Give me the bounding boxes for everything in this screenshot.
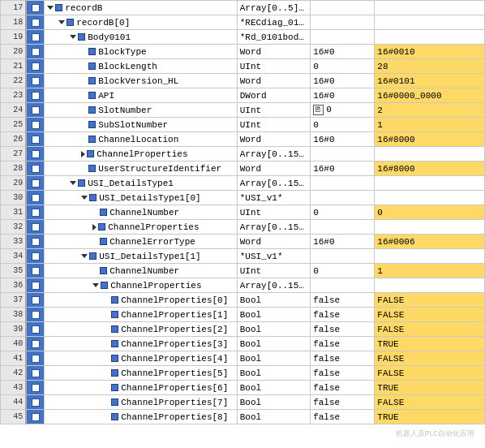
table-row[interactable]: 45ChannelProperties[8]BoolfalseTRUE: [1, 410, 485, 424]
table-row[interactable]: 24SlotNumberUInt🖹02: [1, 103, 485, 118]
field-name[interactable]: ChannelProperties[6]: [45, 381, 237, 395]
field-value[interactable]: FALSE: [375, 395, 485, 410]
field-value[interactable]: 0: [375, 205, 485, 220]
field-value[interactable]: 16#8000: [375, 162, 485, 176]
table-row[interactable]: 38ChannelProperties[1]BoolfalseFALSE: [1, 308, 485, 322]
expand-arrow-down-icon[interactable]: [47, 6, 54, 10]
field-value[interactable]: FALSE: [375, 308, 485, 322]
field-value[interactable]: TRUE: [375, 337, 485, 351]
field-name[interactable]: ChannelProperties: [45, 220, 237, 235]
field-value[interactable]: [375, 278, 485, 293]
expand-arrow-right-icon[interactable]: [92, 224, 97, 230]
field-name[interactable]: ChannelProperties[1]: [45, 308, 237, 322]
table-row[interactable]: 32ChannelPropertiesArray[0..15] of Bool: [1, 220, 485, 235]
field-value[interactable]: TRUE: [375, 410, 485, 424]
table-row[interactable]: 42ChannelProperties[5]BoolfalseFALSE: [1, 366, 485, 381]
table-row[interactable]: 40ChannelProperties[3]BoolfalseTRUE: [1, 337, 485, 351]
field-name[interactable]: SubSlotNumber: [45, 118, 237, 132]
field-name[interactable]: recordB: [45, 1, 237, 15]
field-name[interactable]: BlockType: [45, 45, 237, 59]
field-value[interactable]: [375, 220, 485, 235]
table-row[interactable]: 19Body0101*Rd_0101body*: [1, 30, 485, 45]
table-row[interactable]: 20BlockTypeWord16#016#0010: [1, 45, 485, 59]
expand-arrow-down-icon[interactable]: [70, 181, 76, 185]
field-name[interactable]: UserStructureIdentifier: [45, 162, 237, 176]
table-row[interactable]: 23APIDWord16#016#0000_0000: [1, 88, 485, 103]
field-name[interactable]: USI_DetailsType1[1]: [45, 249, 237, 264]
table-row[interactable]: 22BlockVersion_HLWord16#016#0101: [1, 74, 485, 88]
field-value[interactable]: [375, 30, 485, 45]
expand-arrow-down-icon[interactable]: [58, 20, 65, 24]
table-row[interactable]: 28UserStructureIdentifierWord16#016#8000: [1, 162, 485, 176]
field-name[interactable]: Body0101: [45, 30, 237, 45]
table-row[interactable]: 43ChannelProperties[6]BoolfalseTRUE: [1, 381, 485, 395]
field-name[interactable]: BlockVersion_HL: [45, 74, 237, 88]
field-value[interactable]: 16#0010: [375, 45, 485, 59]
field-name[interactable]: ChannelNumber: [45, 264, 237, 278]
table-row[interactable]: 44ChannelProperties[7]BoolfalseFALSE: [1, 395, 485, 410]
expand-arrow-down-icon[interactable]: [81, 254, 88, 258]
expand-arrow-down-icon[interactable]: [81, 196, 88, 200]
table-row[interactable]: 26ChannelLocationWord16#016#8000: [1, 132, 485, 147]
expand-arrow-right-icon[interactable]: [81, 151, 85, 157]
field-value[interactable]: 1: [375, 264, 485, 278]
field-name[interactable]: API: [45, 88, 237, 103]
table-row[interactable]: 34USI_DetailsType1[1]*USI_v1*: [1, 249, 485, 264]
field-name[interactable]: ChannelProperties: [45, 147, 237, 162]
field-name[interactable]: ChannelProperties[3]: [45, 337, 237, 351]
field-name[interactable]: ChannelProperties: [45, 278, 237, 293]
table-row[interactable]: 21BlockLengthUInt028: [1, 59, 485, 74]
table-row[interactable]: 37ChannelProperties[0]BoolfalseFALSE: [1, 293, 485, 308]
field-name[interactable]: ChannelLocation: [45, 132, 237, 147]
table-row[interactable]: 35ChannelNumberUInt01: [1, 264, 485, 278]
field-value[interactable]: FALSE: [375, 293, 485, 308]
field-name[interactable]: ChannelProperties[5]: [45, 366, 237, 381]
field-value[interactable]: 16#0101: [375, 74, 485, 88]
field-value[interactable]: 2: [375, 103, 485, 118]
field-name[interactable]: ChannelProperties[2]: [45, 322, 237, 337]
field-name[interactable]: SlotNumber: [45, 103, 237, 118]
field-value[interactable]: [375, 15, 485, 30]
field-name[interactable]: ChannelProperties[7]: [45, 395, 237, 410]
field-name[interactable]: ChannelNumber: [45, 205, 237, 220]
table-row[interactable]: 33ChannelErrorTypeWord16#016#0006: [1, 235, 485, 249]
field-value[interactable]: FALSE: [375, 322, 485, 337]
field-name[interactable]: USI_DetailsType1: [45, 176, 237, 191]
table-row[interactable]: 18recordB[0]*RECdiag_0101*: [1, 15, 485, 30]
field-value[interactable]: 16#0000_0000: [375, 88, 485, 103]
field-name[interactable]: ChannelProperties[0]: [45, 293, 237, 308]
table-row[interactable]: 27ChannelPropertiesArray[0..15] of Bool: [1, 147, 485, 162]
field-value[interactable]: [375, 1, 485, 15]
table-row[interactable]: 36ChannelPropertiesArray[0..15] of Bool: [1, 278, 485, 293]
field-value[interactable]: 16#8000: [375, 132, 485, 147]
field-name[interactable]: ChannelErrorType: [45, 235, 237, 249]
table-row[interactable]: 41ChannelProperties[4]BoolfalseFALSE: [1, 351, 485, 366]
field-default: [311, 147, 375, 162]
table-row[interactable]: 31ChannelNumberUInt00: [1, 205, 485, 220]
field-name[interactable]: USI_DetailsType1[0]: [45, 191, 237, 205]
field-value[interactable]: TRUE: [375, 381, 485, 395]
field-value[interactable]: [375, 147, 485, 162]
field-value[interactable]: 1: [375, 118, 485, 132]
field-value[interactable]: [375, 191, 485, 205]
table-row[interactable]: 17recordBArray[0..5] of *RECd...: [1, 1, 485, 15]
table-row[interactable]: 29USI_DetailsType1Array[0..15] of *USI..…: [1, 176, 485, 191]
field-name[interactable]: ChannelProperties[8]: [45, 410, 237, 424]
field-value[interactable]: [375, 176, 485, 191]
field-value[interactable]: FALSE: [375, 366, 485, 381]
field-name[interactable]: recordB[0]: [45, 15, 237, 30]
field-type: *RECdiag_0101*: [237, 15, 310, 30]
calc-icon[interactable]: 🖹: [313, 105, 324, 115]
field-name[interactable]: ChannelProperties[4]: [45, 351, 237, 366]
field-value[interactable]: [375, 249, 485, 264]
table-row[interactable]: 25SubSlotNumberUInt01: [1, 118, 485, 132]
field-value[interactable]: FALSE: [375, 351, 485, 366]
row-number: 17: [1, 1, 27, 15]
field-name[interactable]: BlockLength: [45, 59, 237, 74]
expand-arrow-down-icon[interactable]: [92, 283, 99, 287]
field-value[interactable]: 16#0006: [375, 235, 485, 249]
table-row[interactable]: 30USI_DetailsType1[0]*USI_v1*: [1, 191, 485, 205]
expand-arrow-down-icon[interactable]: [70, 35, 76, 39]
table-row[interactable]: 39ChannelProperties[2]BoolfalseFALSE: [1, 322, 485, 337]
field-value[interactable]: 28: [375, 59, 485, 74]
